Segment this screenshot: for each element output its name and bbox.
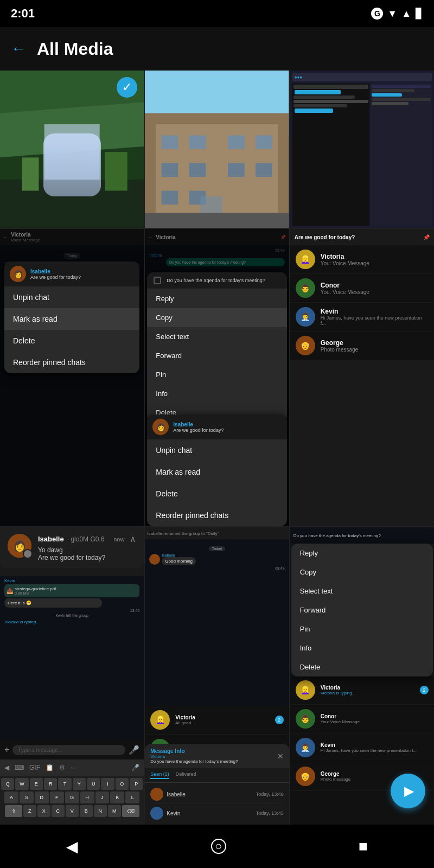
status-delivered-tab[interactable]: Delivered [176,771,196,779]
svg-rect-7 [105,152,127,190]
lp-unpin-2[interactable]: Unpin chat [147,439,286,461]
chat-cell-5: Do you have the agenda for today's meeti… [290,527,434,825]
notification-popup[interactable]: 👩 Isabelle · glo0M G0.6 now ∧ Yo dawgAre… [0,527,144,568]
status-time: 2:01 [11,7,35,21]
notif-group: · glo0M G0.6 [67,535,105,543]
chat-cell-2: ← Victoria 📌 08:49 Victoria Do you have … [145,229,289,526]
svg-rect-19 [162,191,178,205]
fab-icon: ▶ [404,783,414,799]
svg-rect-12 [189,135,206,149]
msg-info-panel: Message Info Victoria Do you have the ag… [145,744,289,825]
status-bar: 2:01 G ▼ ▲ ▊ [0,0,434,27]
svg-rect-17 [228,163,245,177]
media-cell-waterfall[interactable]: ✓ [0,71,144,228]
notif-content: Isabelle · glo0M G0.6 now ∧ Yo dawgAre w… [38,534,136,561]
contact-kevin-1[interactable]: 👨‍💼 Kevin Hi James, have you seen the ne… [290,303,434,331]
contact-conor-1[interactable]: 👨 Conor You: Voice Message [290,274,434,303]
media-grid: ✓ ●●● [0,71,434,825]
ctx-info-1[interactable]: Info [147,384,286,403]
lp-delete-2[interactable]: Delete [147,483,286,505]
status-icons: G ▼ ▲ ▊ [371,8,423,20]
contact-victoria-2[interactable]: 👱‍♀️ Victoria All good. 2 [145,706,289,735]
contact-kevin-3[interactable]: 👨‍💼 Kevin Hi James, have you seen the ne… [290,733,434,762]
ctx-msg-preview: Do you have the agenda for today's meeti… [167,278,265,283]
svg-rect-6 [22,157,39,190]
ctx-pin-2[interactable]: Pin [291,620,433,639]
ctx-reply-2[interactable]: Reply [291,544,433,563]
chat-cell-4: Isabelle renamed the group to "Daily" To… [145,527,289,825]
ctx-copy-2[interactable]: Copy [291,563,433,582]
msg-info-close[interactable]: ✕ [277,752,284,761]
g-icon: G [371,8,383,20]
lp-reorder-2[interactable]: Reorder pinned chats [147,505,286,526]
status-seen-tab[interactable]: Seen (2) [150,771,169,779]
home-nav-button[interactable]: ○ [211,839,226,854]
notif-message: Yo dawgAre we good for today? [38,546,136,561]
msg-checkbox [154,277,161,284]
msg-info-recipients: Isabelle Today, 13:48 Kevin Today, 13:45 [145,783,289,825]
notif-avatar: 👩 [8,534,31,558]
ctx-reply-1[interactable]: Reply [147,289,286,308]
recents-nav-button[interactable]: ■ [359,838,368,855]
notif-title: Isabelle · glo0M G0.6 now ∧ [38,534,136,544]
contact-conor-3[interactable]: 👨 Conor You: Voice Message [290,705,434,733]
context-menu-2[interactable]: Reply Copy Select text Forward Pin Info … [291,544,433,676]
msg-info-title: Message Info [150,748,238,754]
notif-close[interactable]: ∧ [130,534,136,544]
ctx-copy-1[interactable]: Copy [147,308,286,327]
back-button[interactable]: ← [11,40,26,58]
battery-icon: ▊ [416,8,423,20]
longpress-menu-1[interactable]: 👩 Isabelle Are we good for today? Unpin … [4,261,139,373]
notif-time: now [113,536,124,542]
media-cell-building[interactable] [145,71,289,228]
context-menu-1[interactable]: Do you have the agenda for today's meeti… [147,272,286,422]
svg-rect-11 [162,135,178,149]
ctx-selecttext-1[interactable]: Select text [147,327,286,346]
chat-cell-1: ← Victoria Voice Message Today Victoria … [0,229,144,526]
ctx-forward-1[interactable]: Forward [147,346,286,365]
media-cell-screenshot[interactable]: ●●● [290,71,434,228]
svg-rect-14 [256,135,272,149]
contact-victoria-1[interactable]: 👱‍♀️ Victoria You: Voice Message [290,245,434,274]
fab-send[interactable]: ▶ [391,774,425,808]
contact-list-cell-1: Are we good for today? 📌 👱‍♀️ Victoria Y… [290,229,434,526]
chat-cell-3: 👩 Isabelle · glo0M G0.6 now ∧ Yo dawgAre… [0,527,144,825]
svg-rect-13 [228,135,245,149]
wifi-icon: ▼ [387,8,397,20]
notif-name: Isabelle [38,535,64,543]
svg-rect-18 [256,163,272,177]
notif-group-avatar [23,549,33,559]
ctx-forward-2[interactable]: Forward [291,601,433,620]
lp-delete-1[interactable]: Delete [4,330,139,352]
svg-rect-15 [162,163,178,177]
ctx-info-2[interactable]: Info [291,639,433,658]
header: ← All Media [0,27,434,71]
signal-icon: ▲ [401,8,411,20]
bottom-navigation: ◀ ○ ■ [0,825,434,868]
svg-rect-22 [145,213,289,228]
svg-rect-16 [189,163,206,177]
longpress-menu-2[interactable]: 👩 Isabelle Are we good for today? Unpin … [147,414,286,526]
svg-rect-3 [44,124,100,202]
lp-markread-1[interactable]: Mark as read [4,308,139,330]
lp-markread-2[interactable]: Mark as read [147,461,286,483]
ctx-delete-2[interactable]: Delete [291,658,433,676]
lp-reorder-1[interactable]: Reorder pinned chats [4,352,139,373]
page-title: All Media [37,39,113,59]
back-nav-button[interactable]: ◀ [66,838,78,856]
contact-george-1[interactable]: 👴 George Photo message [290,331,434,360]
contact-victoria-3[interactable]: 👱‍♀️ Victoria Victoria is typing... 2 [290,676,434,705]
ctx-pin-1[interactable]: Pin [147,365,286,384]
ctx-selecttext-2[interactable]: Select text [291,582,433,601]
ctx-menu-header-1: Do you have the agenda for today's meeti… [147,272,286,289]
lp-unpin-1[interactable]: Unpin chat [4,286,139,308]
